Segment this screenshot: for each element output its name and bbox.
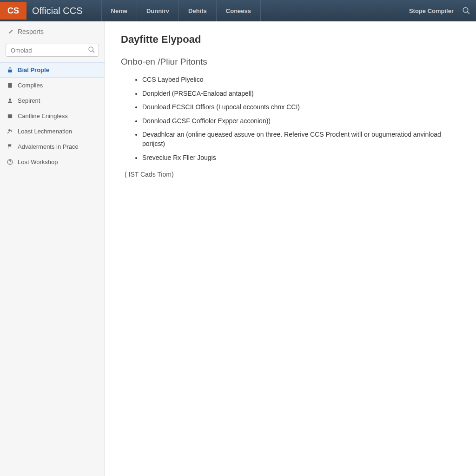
svg-rect-4	[8, 70, 12, 72]
svg-line-3	[93, 51, 94, 53]
top-nav: Neme Dunnirv Dehits Coneess	[101, 0, 261, 21]
logo[interactable]: CS	[0, 2, 26, 20]
svg-rect-5	[8, 83, 12, 88]
svg-point-12	[9, 163, 10, 164]
page-title: Dayfitte Elypoad	[121, 33, 460, 46]
question-icon	[7, 159, 13, 165]
sidebar-item-complies[interactable]: Complies	[0, 78, 105, 93]
svg-point-6	[9, 99, 11, 100]
sidebar-item-cantline[interactable]: Cantline Eningless	[0, 108, 105, 124]
user-plus-icon	[7, 128, 13, 135]
list-item: Dounload ECSCII Offiors (Lupocal eccount…	[142, 103, 460, 112]
box-icon	[7, 113, 13, 119]
nav-item-1[interactable]: Dunnirv	[137, 0, 179, 21]
site-title: Official CCS	[32, 6, 83, 16]
search-icon[interactable]	[88, 46, 95, 53]
sidebar-item-label: Cantline Eningless	[18, 112, 68, 119]
sidebar-item-label: Loast Lechmenation	[18, 128, 72, 135]
top-header: CS Official CCS Neme Dunnirv Dehits Cone…	[0, 0, 476, 21]
list-item: Donplderl (PRSECA-Enaload antapell)	[142, 89, 460, 99]
header-right: Stope Compiler	[409, 7, 476, 15]
sidebar-header-label: Resports	[18, 28, 44, 35]
svg-point-2	[89, 47, 93, 51]
sidebar-list: Bial Prople Complies Sepirent Cantline E…	[0, 62, 105, 170]
list-item: Sreveclue Rx Fller Jougis	[142, 153, 460, 163]
list-item: CCS Laybed Plyelico	[142, 75, 460, 85]
sidebar-item-label: Sepirent	[18, 97, 40, 104]
person-icon	[7, 98, 13, 104]
sidebar: Resports Bial Prople Complies	[0, 21, 105, 476]
sidebar-search-input[interactable]	[6, 44, 99, 57]
header-right-link[interactable]: Stope Compiler	[409, 7, 454, 14]
sidebar-item-bial-prople[interactable]: Bial Prople	[0, 62, 105, 78]
section-title: Onbo-en /Pliur Pitonts	[121, 57, 460, 67]
sidebar-item-label: Advalerments in Prace	[18, 143, 79, 150]
svg-point-8	[8, 129, 10, 131]
lock-icon	[7, 67, 13, 73]
sidebar-item-loast[interactable]: Loast Lechmenation	[0, 124, 105, 139]
list-item: Donnload GCSF Coffioler Expper acconion)…	[142, 117, 460, 126]
footer-note: ( IST Cads Tiom)	[125, 171, 460, 178]
main-content: Dayfitte Elypoad Onbo-en /Pliur Pitonts …	[105, 21, 476, 476]
svg-line-1	[467, 12, 469, 14]
list-item: Devadhlcar an (online queased assuve on …	[142, 130, 460, 148]
sidebar-item-label: Lost Workshop	[18, 159, 58, 165]
nav-item-3[interactable]: Coneess	[217, 0, 261, 21]
bullet-list: CCS Laybed Plyelico Donplderl (PRSECA-En…	[121, 75, 460, 162]
nav-item-0[interactable]: Neme	[101, 0, 137, 21]
sidebar-item-lost-workshop[interactable]: Lost Workshop	[0, 154, 105, 170]
pencil-icon	[8, 28, 14, 35]
sidebar-item-sepirent[interactable]: Sepirent	[0, 93, 105, 108]
nav-item-2[interactable]: Dehits	[179, 0, 217, 21]
search-icon[interactable]	[462, 7, 470, 15]
svg-point-0	[463, 7, 468, 13]
flag-icon	[7, 144, 13, 150]
sidebar-header: Resports	[0, 21, 105, 40]
sidebar-search	[6, 44, 99, 57]
sidebar-item-label: Complies	[18, 82, 43, 89]
doc-icon	[7, 82, 13, 89]
sidebar-item-label: Bial Prople	[18, 66, 49, 73]
sidebar-item-advalerments[interactable]: Advalerments in Prace	[0, 139, 105, 154]
svg-rect-7	[8, 114, 12, 118]
